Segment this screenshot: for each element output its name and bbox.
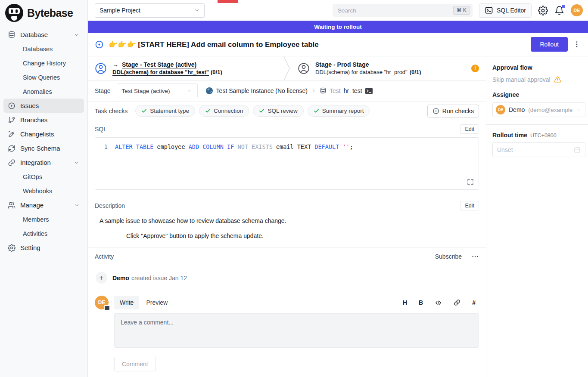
sidebar-item-slow-queries[interactable]: Slow Queries xyxy=(3,70,84,84)
assignee-avatar: DE xyxy=(496,105,505,114)
warning-triangle-icon xyxy=(554,76,561,83)
stage-title: Stage - Test Stage (active) xyxy=(122,61,196,68)
description-edit-button[interactable]: Edit xyxy=(460,201,479,210)
activity-item: Democreated issue Jan 12 xyxy=(96,272,479,284)
app: Bytebase Database Databases Change Histo… xyxy=(0,0,588,377)
stage-dropdown[interactable]: Test Stage (active) xyxy=(117,83,198,98)
search-input[interactable] xyxy=(338,7,453,14)
stage-separator xyxy=(283,56,291,80)
database-link[interactable]: hr_test xyxy=(344,87,362,94)
activity-label: Activity xyxy=(95,253,114,260)
kebab-menu-icon[interactable] xyxy=(572,40,581,49)
sidebar-item-issues[interactable]: Issues xyxy=(3,99,84,113)
chevron-down-icon xyxy=(187,88,193,94)
issue-title: 👉👉👉 [START HERE] Add email column to Emp… xyxy=(109,40,319,49)
pencil-ruler-icon xyxy=(8,130,16,138)
sidebar-item-changelists[interactable]: Changelists xyxy=(3,127,84,141)
circle-dot-icon xyxy=(8,102,16,110)
stage-card-test[interactable]: →Stage - Test Stage (active) DDL(schema)… xyxy=(88,56,283,80)
sql-edit-button[interactable]: Edit xyxy=(460,124,479,134)
project-selector[interactable]: Sample Project xyxy=(95,3,205,18)
sidebar-item-anomalies[interactable]: Anomalies xyxy=(3,84,84,99)
instance-link[interactable]: Test Sample Instance (No license) xyxy=(216,87,308,94)
notification-dot xyxy=(562,5,565,8)
hash-format-button[interactable]: # xyxy=(472,299,476,306)
environment-label: Test xyxy=(330,87,341,94)
users-icon xyxy=(8,201,16,209)
sql-editor-button[interactable]: SQL Editor xyxy=(479,3,532,18)
rollout-time-input[interactable]: Unset xyxy=(492,142,585,157)
user-avatar[interactable]: DE xyxy=(571,4,583,16)
sidebar-item-activities[interactable]: Activities xyxy=(3,226,84,241)
sidebar-item-integration[interactable]: Integration xyxy=(3,155,84,170)
sidebar-item-webhooks[interactable]: Webhooks xyxy=(3,184,84,198)
check-sql-review[interactable]: SQL review xyxy=(253,105,303,117)
run-checks-button[interactable]: Run checks xyxy=(427,105,479,117)
settings-button[interactable] xyxy=(538,6,548,15)
ellipsis-menu-icon[interactable] xyxy=(471,253,479,260)
heading-format-button[interactable]: H xyxy=(403,299,407,306)
expand-editor-icon[interactable] xyxy=(467,179,474,185)
check-summary-report[interactable]: Summary report xyxy=(308,105,370,117)
code-format-button[interactable] xyxy=(435,300,442,306)
rollout-timezone: UTC+0800 xyxy=(530,133,557,139)
comment-bubble-icon xyxy=(104,305,110,311)
stage-card-prod[interactable]: Stage - Prod Stage DDL(schema) for datab… xyxy=(291,56,486,80)
sidebar-item-branches[interactable]: Branches xyxy=(3,113,84,127)
check-icon xyxy=(141,108,147,114)
person-circle-icon xyxy=(95,62,107,74)
notifications-button[interactable] xyxy=(554,6,564,15)
brand-logo[interactable]: Bytebase xyxy=(0,0,87,26)
comment-input[interactable] xyxy=(114,313,479,348)
search-box[interactable]: ⌘ K xyxy=(333,4,473,17)
assignee-select[interactable]: DE Demo (demo@example xyxy=(492,102,585,117)
assignee-title: Assignee xyxy=(492,91,585,98)
sidebar-item-manage[interactable]: Manage xyxy=(3,198,84,212)
description-section: Description Edit A sample issue to showc… xyxy=(88,196,486,247)
check-connection[interactable]: Connection xyxy=(199,105,249,117)
check-icon xyxy=(314,108,319,114)
sidebar-item-database[interactable]: Database xyxy=(3,28,84,42)
database-icon xyxy=(320,87,327,94)
stage-pipeline: →Stage - Test Stage (active) DDL(schema)… xyxy=(88,56,486,80)
activity-section: Activity Subscribe Democreated issue Jan… xyxy=(88,247,486,377)
assignee-name: Demo xyxy=(509,106,525,113)
sidebar-item-sync-schema[interactable]: Sync Schema xyxy=(3,141,84,155)
approval-flow-title: Approval flow xyxy=(492,64,585,71)
comment-toolbar: Write Preview H B xyxy=(114,296,479,309)
database-icon xyxy=(8,31,16,39)
open-sql-editor-icon[interactable] xyxy=(365,88,373,94)
sidebar-item-setting[interactable]: Setting xyxy=(3,241,84,255)
sql-editor[interactable]: 1ALTER TABLE employee ADD COLUMN IF NOT … xyxy=(95,137,479,190)
rollout-time-placeholder: Unset xyxy=(497,146,513,153)
bold-format-button[interactable]: B xyxy=(419,299,423,306)
subscribe-button[interactable]: Subscribe xyxy=(435,253,462,260)
person-circle-icon xyxy=(298,62,310,74)
project-selector-value: Sample Project xyxy=(100,7,140,14)
chevron-down-icon xyxy=(74,160,80,166)
refresh-icon xyxy=(8,145,16,152)
tab-write[interactable]: Write xyxy=(114,296,139,309)
chevron-down-icon xyxy=(194,7,200,13)
link-format-button[interactable] xyxy=(454,299,460,306)
comment-submit-button[interactable]: Comment xyxy=(114,357,156,371)
check-statement-type[interactable]: Statement type xyxy=(135,105,195,117)
recording-indicator-strip xyxy=(218,0,238,3)
stage-selector-row: Stage Test Stage (active) Test Sample In… xyxy=(88,80,486,102)
tab-preview[interactable]: Preview xyxy=(140,296,173,309)
issue-side-panel: Approval flow Skip manual approval Assig… xyxy=(486,56,588,377)
topbar-right: ⌘ K SQL Editor DE xyxy=(333,3,583,18)
chevron-down-icon xyxy=(74,202,80,208)
sidebar-item-gitops[interactable]: GitOps xyxy=(3,170,84,184)
sidebar-item-databases[interactable]: Databases xyxy=(3,42,84,56)
rollout-time-title: Rollout time xyxy=(492,132,527,139)
rollout-button[interactable]: Rollout xyxy=(531,37,568,52)
bytebase-logo-icon xyxy=(5,4,23,22)
left-sidebar: Bytebase Database Databases Change Histo… xyxy=(0,0,88,377)
main-area: Sample Project ⌘ K SQL Editor xyxy=(88,0,588,377)
code-icon xyxy=(435,300,442,306)
sidebar-item-label: Database xyxy=(20,31,48,38)
sidebar-item-members[interactable]: Members xyxy=(3,212,84,226)
brand-name: Bytebase xyxy=(27,7,73,19)
sidebar-item-change-history[interactable]: Change History xyxy=(3,56,84,70)
